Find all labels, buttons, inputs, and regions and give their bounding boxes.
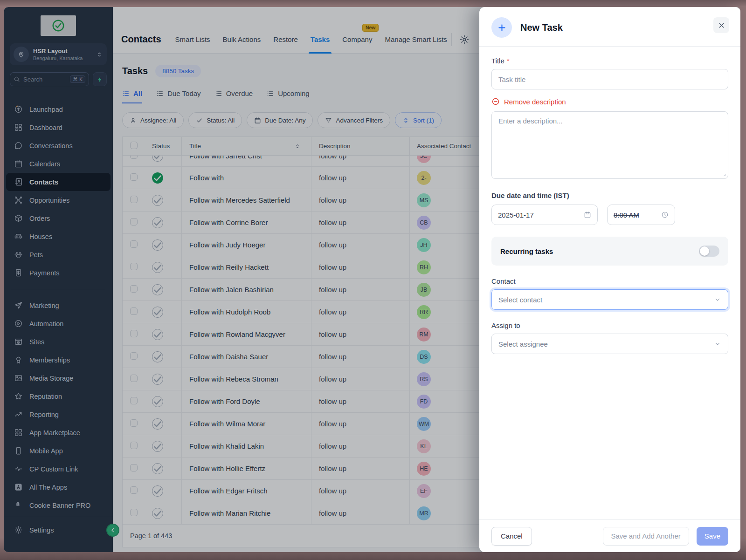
cancel-button[interactable]: Cancel: [491, 527, 532, 546]
recurring-tasks-label: Recurring tasks: [500, 247, 553, 255]
minus-circle-icon: [491, 97, 500, 106]
plus-icon: [497, 23, 507, 33]
close-button[interactable]: [713, 17, 729, 33]
save-button[interactable]: Save: [697, 527, 728, 546]
due-date-label: Due date and time (IST): [491, 191, 728, 199]
new-task-drawer: New Task Title* Remove description: [479, 7, 740, 552]
calendar-icon: [584, 211, 591, 219]
due-time-input[interactable]: 8:00 AM: [607, 205, 675, 225]
drawer-title: New Task: [520, 22, 563, 33]
due-date-input[interactable]: 2025-01-17: [491, 205, 598, 225]
chevron-down-icon: [714, 340, 721, 348]
description-textarea[interactable]: [491, 111, 728, 179]
save-and-add-another-button[interactable]: Save and Add Another: [603, 527, 689, 546]
app-window: HSR Layout Bengaluru, Karnataka Search ⌘…: [4, 7, 740, 552]
title-field-label: Title: [491, 57, 504, 65]
required-mark: *: [507, 57, 510, 65]
clock-icon: [661, 211, 669, 219]
recurring-toggle[interactable]: [699, 246, 719, 257]
task-title-input[interactable]: [491, 69, 728, 89]
assignee-select[interactable]: Select assignee: [491, 334, 728, 354]
contact-label: Contact: [491, 277, 728, 285]
close-icon: [718, 21, 725, 29]
recurring-tasks-section: Recurring tasks: [491, 237, 728, 266]
desktop-background: HSR Layout Bengaluru, Karnataka Search ⌘…: [0, 0, 746, 560]
chevron-down-icon: [714, 296, 721, 303]
remove-description-link[interactable]: Remove description: [491, 97, 728, 106]
contact-select[interactable]: Select contact: [491, 289, 728, 310]
assign-to-label: Assign to: [491, 321, 728, 329]
